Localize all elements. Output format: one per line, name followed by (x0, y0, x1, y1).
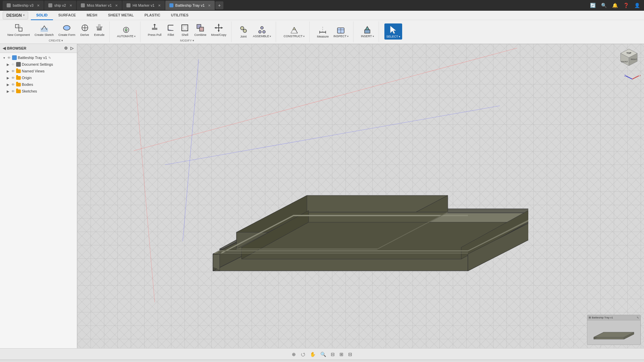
expand-icon[interactable]: ▶ (5, 75, 11, 80)
ribbon-group-select: SELECT ▾ (382, 21, 405, 42)
viewport-icon[interactable]: ⊟ (347, 351, 354, 358)
fillet-button[interactable]: Fillet (164, 22, 177, 38)
mode-tab-utilities[interactable]: UTILITIES (166, 11, 194, 20)
svg-rect-19 (200, 27, 204, 31)
cursor-icon[interactable]: ⊕ (290, 351, 297, 358)
visibility-icon[interactable]: 👁 (7, 55, 11, 60)
expand-icon[interactable]: ▾ (1, 55, 7, 60)
select-items: SELECT ▾ (384, 21, 402, 42)
create-group-label: CREATE ▾ (49, 39, 63, 42)
fillet-icon (166, 23, 175, 33)
expand-icon[interactable]: ▶ (5, 82, 11, 87)
grid-icon[interactable]: ⊞ (338, 351, 345, 358)
press-pull-button[interactable]: Press Pull (146, 22, 164, 38)
browser-collapse-button[interactable]: ◀ (3, 46, 6, 51)
status-bar: ⊕ ⭯ ✋ 🔍 ⊟ ⊞ ⊟ (0, 348, 644, 360)
construct-button[interactable]: CONSTRUCT ▾ (281, 24, 307, 39)
title-bar: battleship v3 ✕ ship v2 ✕ Miss Marker v1… (0, 0, 644, 11)
tab-close[interactable]: ✕ (208, 4, 211, 7)
expand-icon[interactable]: ▶ (5, 68, 11, 74)
tab-miss-marker[interactable]: Miss Marker v1 ✕ (77, 1, 122, 10)
toolbar-area: DESIGN ▾ SOLID SURFACE MESH SHEET METAL … (0, 11, 644, 44)
insert-button[interactable]: INSERT ▾ (359, 24, 376, 39)
tab-close[interactable]: ✕ (115, 4, 118, 7)
design-button[interactable]: DESIGN ▾ (3, 11, 28, 19)
tree-item-origin[interactable]: ▶ 👁 Origin (0, 74, 77, 81)
create-sketch-button[interactable]: Create Sketch (33, 22, 56, 38)
visibility-icon[interactable]: 👁 (11, 75, 15, 80)
mode-tab-mesh[interactable]: MESH (81, 11, 103, 20)
visibility-icon[interactable]: 👁 (11, 69, 15, 73)
tab-close[interactable]: ✕ (37, 4, 40, 7)
svg-marker-15 (153, 24, 156, 25)
measure-button[interactable]: Measure (315, 23, 331, 40)
browser-settings-icon[interactable]: ⚙ (63, 45, 68, 51)
edit-icon[interactable]: ✎ (48, 56, 51, 60)
tree-item-named-views[interactable]: ▶ 👁 Named Views (0, 68, 77, 74)
derive-icon (80, 23, 90, 33)
svg-marker-24 (215, 27, 216, 29)
refresh-icon[interactable]: 🔄 (589, 2, 597, 9)
tree-item-doc-settings[interactable]: ▶ 👁 Document Settings (0, 61, 77, 68)
shell-button[interactable]: Shell (178, 22, 192, 38)
browser-expand-icon[interactable]: ▷ (70, 45, 74, 51)
mini-expand-icon[interactable]: ⤡ (637, 316, 639, 319)
mode-tabs: DESIGN ▾ SOLID SURFACE MESH SHEET METAL … (0, 11, 644, 20)
viewcube[interactable]: TOP FRONT RIGHT (617, 47, 641, 71)
tree-item-label: Document Settings (22, 62, 53, 66)
tab-close[interactable]: ✕ (158, 4, 161, 7)
notification-icon[interactable]: 🔔 (611, 2, 619, 9)
tree-item-root[interactable]: ▾ 👁 Battleship Tray v1 ✎ (0, 54, 77, 61)
user-icon[interactable]: 👤 (633, 2, 641, 9)
pan-icon[interactable]: ✋ (309, 351, 317, 358)
zoom-icon[interactable]: 🔍 (319, 351, 327, 358)
help-icon[interactable]: ❓ (622, 2, 630, 9)
new-tab-button[interactable]: + (215, 1, 223, 9)
svg-line-76 (626, 76, 632, 79)
mini-viewport[interactable]: ⊞ Battleship Tray v1 ⤡ (587, 315, 641, 345)
tab-hit-marker[interactable]: Hit Marker v1 ✕ (122, 1, 164, 10)
construct-icon (289, 25, 299, 35)
comments-bar[interactable]: ⚙ COMMENTS ▷ (0, 360, 644, 362)
tab-battleship-tray[interactable]: Battleship Tray v1 ✕ (165, 1, 215, 10)
inspect-dropdown[interactable]: INSPECT ▾ (331, 24, 351, 39)
visibility-icon[interactable]: 👁 (11, 89, 15, 94)
ribbon-group-automate: AUTOMATE ▾ (112, 21, 141, 42)
tree-item-bodies[interactable]: ▶ 👁 Bodies (0, 81, 77, 88)
tab-battleship-v3[interactable]: battleship v3 ✕ (3, 1, 44, 10)
mode-tab-solid[interactable]: SOLID (31, 11, 53, 20)
tab-close[interactable]: ✕ (69, 4, 72, 7)
tab-ship-v2[interactable]: ship v2 ✕ (44, 1, 76, 10)
tree-item-sketches[interactable]: ▶ 👁 Sketches (0, 88, 77, 95)
doc-settings-icon (16, 62, 21, 67)
ribbon-group-assemble: Joint ASSEMBLE ▾ (234, 21, 276, 42)
derive-button[interactable]: Derive (78, 22, 92, 38)
select-button[interactable]: SELECT ▾ (384, 23, 402, 40)
extrude-button[interactable]: Extrude (92, 22, 107, 38)
display-mode-icon[interactable]: ⊟ (329, 351, 336, 358)
select-icon (388, 25, 398, 34)
joint-button[interactable]: Joint (237, 23, 250, 40)
mode-tab-surface[interactable]: SURFACE (53, 11, 82, 20)
browser-header: ◀ BROWSER ⚙ ▷ (0, 44, 77, 53)
sidebar: ◀ BROWSER ⚙ ▷ ▾ 👁 Battleship Tray v1 ✎ ▶… (0, 44, 77, 348)
tree-item-label: Sketches (22, 89, 37, 93)
visibility-icon[interactable]: 👁 (11, 62, 15, 67)
mode-tab-plastic[interactable]: PLASTIC (139, 11, 166, 20)
move-button[interactable]: Move/Copy (209, 22, 228, 38)
search-icon[interactable]: 🔍 (600, 2, 608, 9)
browser-tree: ▾ 👁 Battleship Tray v1 ✎ ▶ 👁 Document Se… (0, 53, 77, 348)
combine-button[interactable]: Combine (192, 22, 208, 38)
assemble-dropdown[interactable]: ASSEMBLE ▾ (251, 24, 273, 39)
expand-icon[interactable]: ▶ (5, 88, 11, 94)
new-component-button[interactable]: New Component (5, 22, 32, 38)
create-form-button[interactable]: Create Form (56, 22, 77, 38)
orbit-icon[interactable]: ⭯ (299, 351, 307, 358)
mode-tab-sheet-metal[interactable]: SHEET METAL (103, 11, 139, 20)
visibility-icon[interactable]: 👁 (11, 82, 15, 87)
automate-button[interactable]: AUTOMATE ▾ (115, 24, 138, 39)
viewport[interactable]: TOP FRONT RIGHT X Z ⊞ Battleship Tray v1… (77, 44, 644, 348)
fillet-label: Fillet (168, 33, 174, 37)
expand-icon[interactable]: ▶ (5, 62, 11, 67)
svg-line-28 (243, 29, 244, 30)
